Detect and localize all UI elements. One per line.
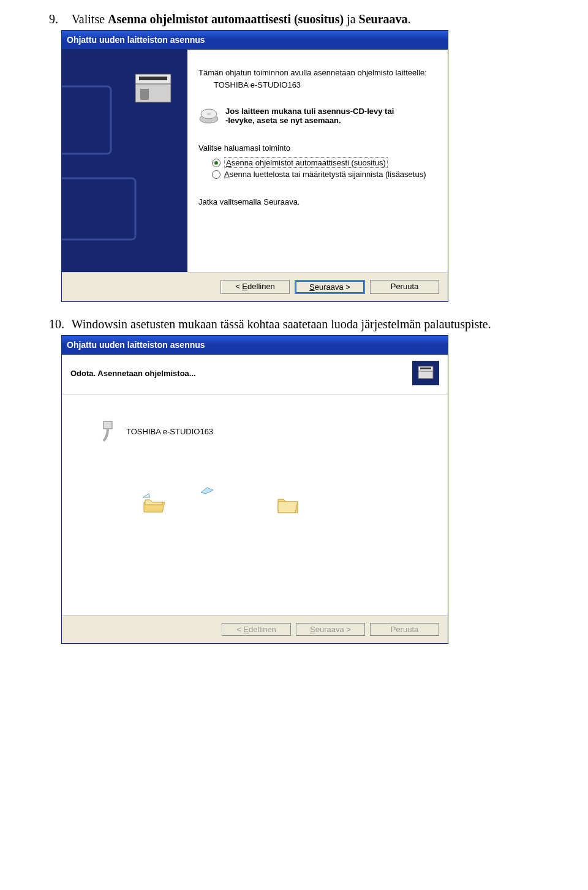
step10-body: Windowsin asetusten mukaan tässä kohtaa … [72, 317, 491, 331]
dialog2-content: TOSHIBA e-STUDIO163 [62, 394, 448, 615]
dialog2-title: Ohjattu uuden laitteiston asennus [67, 340, 205, 350]
dialog2-device-name: TOSHIBA e-STUDIO163 [126, 427, 213, 436]
dialog1-cd-text1: Jos laitteen mukana tuli asennus-CD-levy… [225, 107, 394, 116]
dialog1-button-bar: < Edellinen Seuraava > Peruuta [62, 272, 448, 301]
dialog1-titlebar[interactable]: Ohjattu uuden laitteiston asennus [62, 31, 448, 50]
next-button-disabled: Seuraava > [296, 623, 365, 636]
cd-icon [198, 107, 219, 125]
dialog1-cd-text2: -levyke, aseta se nyt asemaan. [225, 116, 341, 125]
connector-icon [99, 419, 117, 443]
step10-number: 10. [49, 317, 69, 331]
step9-bold1: Asenna ohjelmistot automaattisesti (suos… [108, 12, 344, 26]
step10-text: 10. Windowsin asetusten mukaan tässä koh… [49, 317, 551, 331]
wizard-dialog-1: Ohjattu uuden laitteiston asennus [61, 30, 448, 302]
svg-rect-5 [139, 77, 167, 80]
dialog2-button-bar: < Edellinen Seuraava > Peruuta [62, 615, 448, 643]
radio-from-list[interactable]: Asenna luettelosta tai määritetystä sija… [212, 170, 437, 179]
svg-rect-13 [104, 421, 112, 429]
radio-auto-install[interactable]: Asenna ohjelmistot automaattisesti (suos… [212, 157, 437, 168]
step9-bold2: Seuraava [359, 12, 408, 26]
cancel-button[interactable]: Peruuta [370, 280, 439, 294]
step9-mid: ja [344, 12, 358, 26]
radio2-accel: A [224, 170, 230, 179]
back-button[interactable]: < Edellinen [221, 280, 290, 294]
hardware-small-icon [412, 361, 439, 385]
svg-point-9 [207, 113, 211, 115]
hardware-graphic-icon [62, 50, 187, 270]
cancel-button-disabled: Peruuta [370, 623, 439, 636]
step9-text: 9. Valitse Asenna ohjelmistot automaatti… [49, 12, 551, 26]
wizard-dialog-2: Ohjattu uuden laitteiston asennus Odota.… [61, 335, 448, 644]
radio-selected-icon [212, 159, 221, 167]
radio-unselected-icon [212, 170, 221, 179]
dialog1-device-name: TOSHIBA e-STUDIO163 [214, 80, 437, 89]
step9-number: 9. [49, 12, 69, 26]
svg-rect-12 [420, 368, 431, 369]
dialog2-titlebar[interactable]: Ohjattu uuden laitteiston asennus [62, 336, 448, 355]
step9-post: . [408, 12, 411, 26]
radio1-accel: A [226, 158, 232, 167]
dialog2-wait-text: Odota. Asennetaan ohjelmistoa... [70, 369, 196, 378]
file-flying-icon [200, 486, 214, 495]
radio2-label: senna luettelosta tai määritetystä sijai… [230, 170, 426, 179]
radio1-label: senna ohjelmistot automaattisesti (suosi… [232, 158, 386, 167]
dialog1-continue-text: Jatka valitsemalla Seuraava. [198, 197, 437, 206]
dialog1-sidebar-graphic [62, 50, 187, 272]
dialog1-prompt: Valitse haluamasi toiminto [198, 143, 437, 153]
dialog1-title: Ohjattu uuden laitteiston asennus [67, 35, 205, 45]
folder-open-icon [141, 492, 166, 515]
back-button-disabled: < Edellinen [222, 623, 291, 636]
step9-pre: Valitse [72, 12, 108, 26]
dialog1-intro-text: Tämän ohjatun toiminnon avulla asennetaa… [198, 68, 437, 77]
folder-icon [276, 493, 300, 514]
next-button[interactable]: Seuraava > [295, 280, 365, 294]
svg-rect-6 [140, 89, 149, 100]
